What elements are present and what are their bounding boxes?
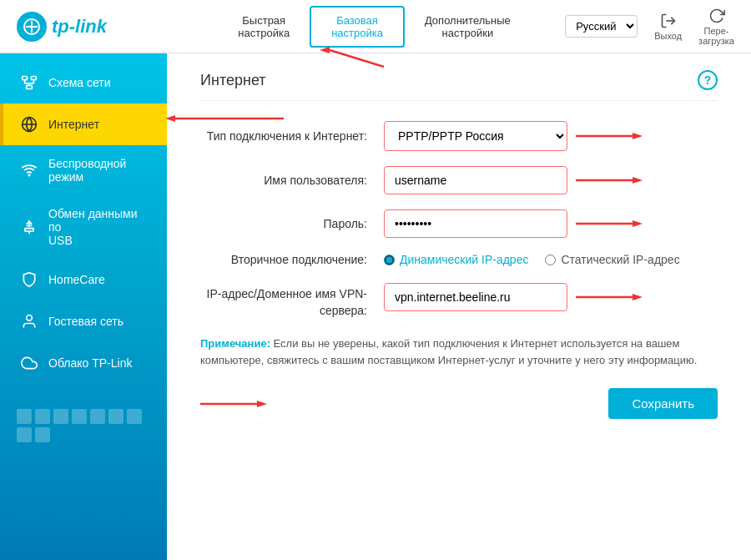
help-icon-label: ? [704, 73, 712, 87]
content-area: Интернет ? Тип подключения к Интернет: P… [167, 53, 751, 560]
tab-quick-setup[interactable]: Быстрая настройка [218, 6, 310, 48]
arrow-password [576, 217, 643, 230]
logo-area: tp-link [17, 12, 184, 42]
secondary-connection-row: Вторичное подключение: Динамический IP-а… [200, 253, 718, 266]
sidebar: Схема сети Интернет Беспров [0, 53, 167, 560]
svg-marker-25 [257, 401, 267, 407]
note-prefix: Примечание: [200, 337, 270, 350]
reload-button[interactable]: Пере- загрузка [698, 8, 734, 46]
tab-basic-setup[interactable]: Базовая настройка [310, 6, 405, 48]
help-button[interactable]: ? [698, 70, 718, 90]
sidebar-item-internet[interactable]: Интернет [0, 103, 167, 145]
logo-text: tp-link [52, 16, 107, 38]
vpn-label: IP-адрес/Доменное имя VPN- сервера: [200, 281, 367, 319]
logo-icon [17, 12, 47, 42]
connection-type-label: Тип подключения к Интернет: [200, 129, 367, 143]
header-right: Русский Выход Пере- загрузка [565, 8, 734, 46]
sidebar-label-usb: Обмен данными по USB [48, 207, 150, 247]
secondary-radio-group: Динамический IP-адрес Статический IP-адр… [384, 253, 718, 266]
note-body: Если вы не уверены, какой тип подключени… [200, 337, 697, 366]
sidebar-item-cloud[interactable]: Облако TP-Link [0, 342, 167, 384]
sidebar-label-cloud: Облако TP-Link [48, 356, 132, 370]
header: tp-link Быстрая настройка Базовая настро… [0, 0, 751, 53]
radio-static-label: Статический IP-адрес [561, 253, 679, 266]
arrow-username [576, 174, 643, 187]
svg-rect-4 [23, 77, 28, 80]
password-label: Пароль: [200, 217, 367, 230]
tab-advanced-setup[interactable]: Дополнительные настройки [405, 6, 531, 48]
cloud-icon [20, 354, 38, 372]
vpn-input[interactable] [384, 283, 567, 311]
note-row: Примечание: Если вы не уверены, какой ти… [200, 335, 718, 368]
sidebar-label-wireless: Беспроводной режим [48, 157, 126, 184]
sidebar-label-homecare: HomeCare [48, 273, 105, 286]
vpn-field [384, 281, 718, 311]
page-title: Интернет [200, 72, 266, 89]
exit-label: Выход [654, 31, 682, 41]
sidebar-label-schema: Схема сети [48, 76, 111, 89]
radio-dynamic[interactable]: Динамический IP-адрес [384, 253, 528, 266]
svg-point-15 [27, 315, 33, 321]
sidebar-label-guest: Гостевая сеть [48, 315, 123, 328]
sidebar-item-usb[interactable]: Обмен данными по USB [0, 195, 167, 259]
usb-icon [20, 218, 38, 236]
sidebar-item-wireless[interactable]: Беспроводной режим [0, 145, 167, 195]
password-row: Пароль: [200, 209, 718, 238]
svg-marker-21 [633, 220, 643, 227]
vpn-row: IP-адрес/Доменное имя VPN- сервера: [200, 281, 718, 319]
username-input[interactable] [384, 166, 567, 194]
save-row: Сохранить [200, 388, 718, 419]
wireless-icon [20, 161, 38, 179]
connection-type-select[interactable]: PPTP/PPTP Россия PPPoE Динамический IP С… [384, 121, 567, 151]
internet-icon [20, 115, 38, 134]
username-row: Имя пользователя: [200, 166, 718, 194]
guest-icon [20, 312, 38, 330]
reload-label: Пере- загрузка [698, 26, 734, 46]
sidebar-label-internet: Интернет [48, 118, 99, 131]
svg-point-13 [28, 174, 30, 176]
exit-button[interactable]: Выход [654, 13, 682, 41]
homecare-icon [20, 270, 38, 289]
username-field [384, 166, 718, 194]
password-input[interactable] [384, 209, 567, 238]
arrow-vpn [576, 290, 643, 304]
main-layout: Схема сети Интернет Беспров [0, 53, 751, 560]
sidebar-item-homecare[interactable]: HomeCare [0, 259, 167, 300]
radio-static[interactable]: Статический IP-адрес [545, 253, 679, 266]
arrow-save [200, 397, 267, 411]
username-label: Имя пользователя: [200, 174, 367, 187]
sidebar-item-guest[interactable]: Гостевая сеть [0, 300, 167, 342]
nav-tabs: Быстрая настройка Базовая настройка Допо… [184, 6, 565, 48]
language-select[interactable]: Русский [565, 15, 638, 38]
secondary-label: Вторичное подключение: [200, 253, 367, 266]
radio-dynamic-input[interactable] [384, 255, 395, 265]
connection-type-row: Тип подключения к Интернет: PPTP/PPTP Ро… [200, 121, 718, 151]
svg-marker-23 [633, 294, 643, 300]
svg-marker-19 [633, 177, 643, 184]
deco-squares [0, 401, 167, 451]
password-field [384, 209, 718, 238]
svg-marker-17 [633, 133, 643, 139]
radio-dynamic-label: Динамический IP-адрес [400, 253, 528, 266]
arrow-connection [576, 129, 643, 143]
connection-type-field: PPTP/PPTP Россия PPPoE Динамический IP С… [384, 121, 718, 151]
svg-rect-5 [32, 77, 37, 80]
schema-icon [20, 73, 38, 92]
save-button[interactable]: Сохранить [608, 388, 718, 419]
radio-static-input[interactable] [545, 255, 556, 265]
content-title-row: Интернет ? [200, 70, 718, 101]
svg-rect-6 [27, 85, 33, 88]
sidebar-item-schema[interactable]: Схема сети [0, 62, 167, 103]
